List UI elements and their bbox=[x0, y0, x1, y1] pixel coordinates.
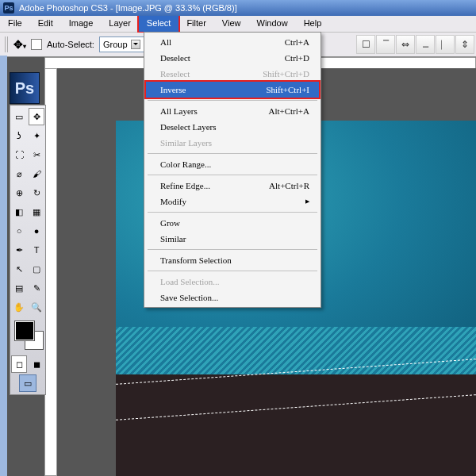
menu-item-grow[interactable]: Grow bbox=[146, 215, 319, 231]
menu-bar[interactable]: FileEditImageLayerSelectFilterViewWindow… bbox=[0, 16, 476, 33]
window-title: Adobe Photoshop CS3 - [Image.JPG @ 33.3%… bbox=[19, 3, 237, 13]
menu-separator bbox=[148, 175, 317, 175]
menu-item-modify[interactable]: Modify bbox=[146, 194, 319, 209]
type-tool[interactable]: T bbox=[29, 241, 44, 259]
menu-item-similar[interactable]: Similar bbox=[146, 231, 319, 247]
align-hcenter-icon[interactable]: ⇕ bbox=[455, 35, 474, 54]
menu-separator bbox=[148, 212, 317, 213]
move-tool-icon: ✥▾ bbox=[13, 39, 26, 50]
quickmask-off[interactable]: ◻ bbox=[11, 355, 27, 373]
align-buttons: ☐ ⎺ ⇔ ⎽ ⎸ ⇕ bbox=[356, 35, 474, 54]
menu-item-refine-edge[interactable]: Refine Edge...Alt+Ctrl+R bbox=[146, 178, 319, 194]
title-bar: Ps Adobe Photoshop CS3 - [Image.JPG @ 33… bbox=[0, 0, 476, 16]
wand-tool[interactable]: ✦ bbox=[29, 127, 44, 144]
align-left-icon[interactable]: ⎸ bbox=[436, 35, 455, 54]
quickmask-on[interactable]: ◼ bbox=[29, 355, 44, 373]
history-brush-tool[interactable]: ↻ bbox=[29, 184, 44, 202]
ps-logo-panel[interactable]: Ps bbox=[10, 72, 40, 104]
menu-separator bbox=[148, 271, 317, 271]
menu-help[interactable]: Help bbox=[296, 16, 330, 32]
zoom-tool[interactable]: 🔍 bbox=[29, 298, 44, 316]
menu-select[interactable]: Select bbox=[139, 16, 179, 32]
options-grip[interactable] bbox=[5, 36, 9, 52]
auto-select-dropdown[interactable]: Group bbox=[99, 36, 144, 52]
screen-mode[interactable]: ▭ bbox=[19, 374, 36, 392]
menu-layer[interactable]: Layer bbox=[101, 16, 139, 32]
menu-image[interactable]: Image bbox=[61, 16, 102, 32]
stamp-tool[interactable]: ⊕ bbox=[11, 184, 27, 202]
tools-palette: ▭✥ ʖ✦ ⛶✂ ⌀🖌 ⊕↻ ◧▦ ○● ✒T ↖▢ ▤✎ ✋🔍 ◻◼ ▭ bbox=[10, 105, 46, 395]
menu-separator bbox=[148, 100, 317, 101]
menu-item-deselect[interactable]: DeselectCtrl+D bbox=[146, 50, 319, 66]
menu-filter[interactable]: Filter bbox=[178, 16, 213, 32]
menu-edit[interactable]: Edit bbox=[30, 16, 61, 32]
align-top-icon[interactable]: ⎺ bbox=[376, 35, 395, 54]
ruler-vertical bbox=[44, 68, 57, 476]
menu-separator bbox=[148, 153, 317, 154]
notes-tool[interactable]: ▤ bbox=[11, 279, 27, 297]
menu-item-transform-selection[interactable]: Transform Selection bbox=[146, 252, 319, 268]
auto-select-label: Auto-Select: bbox=[47, 40, 94, 49]
pen-tool[interactable]: ✒ bbox=[11, 241, 27, 259]
menu-item-deselect-layers[interactable]: Deselect Layers bbox=[146, 119, 319, 135]
foreground-swatch[interactable] bbox=[15, 321, 34, 340]
blur-tool[interactable]: ○ bbox=[11, 222, 27, 240]
menu-item-similar-layers: Similar Layers bbox=[146, 135, 319, 151]
brush-tool[interactable]: 🖌 bbox=[29, 165, 44, 182]
move-tool[interactable]: ✥ bbox=[29, 108, 44, 125]
path-tool[interactable]: ↖ bbox=[11, 260, 27, 278]
select-menu-dropdown: AllCtrl+ADeselectCtrl+DReselectShift+Ctr… bbox=[144, 32, 321, 308]
hand-tool[interactable]: ✋ bbox=[11, 298, 27, 316]
slice-tool[interactable]: ✂ bbox=[29, 146, 44, 163]
menu-item-all-layers[interactable]: All LayersAlt+Ctrl+A bbox=[146, 103, 319, 119]
marquee-tool[interactable]: ▭ bbox=[11, 108, 27, 125]
menu-item-save-selection[interactable]: Save Selection... bbox=[146, 290, 319, 305]
auto-select-checkbox[interactable] bbox=[31, 39, 42, 50]
menu-view[interactable]: View bbox=[214, 16, 249, 32]
lasso-tool[interactable]: ʖ bbox=[11, 127, 27, 144]
menu-separator bbox=[148, 249, 317, 250]
eraser-tool[interactable]: ◧ bbox=[11, 203, 27, 221]
shape-tool[interactable]: ▢ bbox=[29, 260, 44, 278]
gradient-tool[interactable]: ▦ bbox=[29, 203, 44, 221]
show-transform-checkbox[interactable]: ☐ bbox=[356, 35, 375, 54]
palette-well bbox=[0, 56, 7, 476]
menu-item-load-selection: Load Selection... bbox=[146, 274, 319, 290]
menu-item-reselect: ReselectShift+Ctrl+D bbox=[146, 66, 319, 82]
heal-tool[interactable]: ⌀ bbox=[11, 165, 27, 182]
color-swatches[interactable] bbox=[13, 320, 42, 351]
align-bottom-icon[interactable]: ⎽ bbox=[416, 35, 435, 54]
crop-tool[interactable]: ⛶ bbox=[11, 146, 27, 163]
align-vcenter-icon[interactable]: ⇔ bbox=[396, 35, 415, 54]
dodge-tool[interactable]: ● bbox=[29, 222, 44, 240]
app-icon: Ps bbox=[3, 2, 14, 13]
menu-item-all[interactable]: AllCtrl+A bbox=[146, 34, 319, 50]
menu-file[interactable]: File bbox=[0, 16, 30, 32]
menu-item-inverse[interactable]: InverseShift+Ctrl+I bbox=[146, 82, 319, 98]
menu-window[interactable]: Window bbox=[249, 16, 296, 32]
eyedropper-tool[interactable]: ✎ bbox=[29, 279, 44, 297]
menu-item-color-range[interactable]: Color Range... bbox=[146, 156, 319, 172]
